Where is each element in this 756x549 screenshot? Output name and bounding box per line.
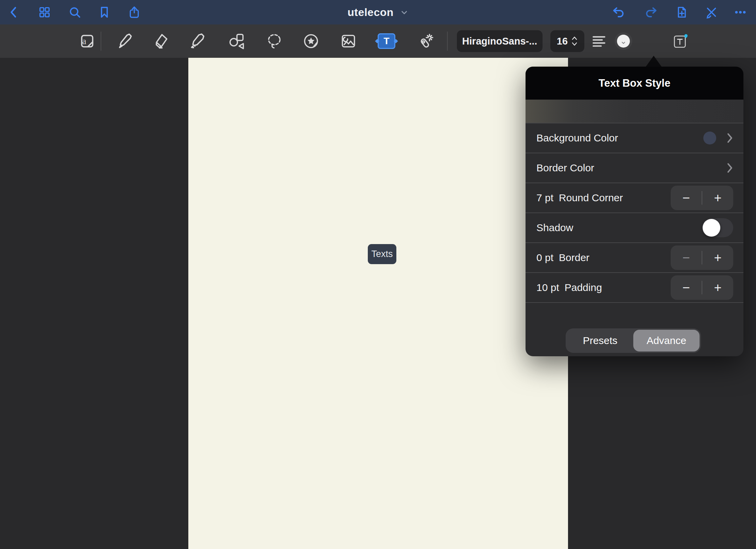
- add-page-icon: [675, 5, 688, 19]
- back-chevron-icon: [7, 5, 21, 19]
- row-border-color[interactable]: Border Color: [526, 153, 743, 183]
- note-page[interactable]: Texts: [188, 58, 568, 549]
- text-box-style-popup: Text Box Style Background Color Border C…: [526, 67, 743, 356]
- undo-button[interactable]: [611, 4, 626, 20]
- textbox-handle-left: [375, 39, 379, 44]
- font-name-button[interactable]: HiraginoSans-...: [457, 30, 543, 52]
- search-button[interactable]: [67, 4, 83, 20]
- more-ellipsis-icon: [734, 5, 747, 19]
- background-color-swatch: [703, 132, 716, 144]
- navbar: utelecon: [0, 0, 756, 25]
- font-size-value: 16: [557, 36, 568, 47]
- row-round-corner: 7 pt Round Corner − +: [526, 183, 743, 212]
- row-padding: 10 pt Padding − +: [526, 272, 743, 302]
- row-label: Border: [559, 252, 589, 263]
- shapes-tool[interactable]: [227, 32, 246, 51]
- search-icon: [68, 5, 82, 19]
- round-corner-minus-button[interactable]: −: [671, 191, 702, 205]
- pen-strike-icon: [705, 5, 718, 19]
- row-label: Shadow: [536, 222, 573, 234]
- laser-pointer-tool[interactable]: [416, 32, 435, 51]
- round-corner-stepper: − +: [671, 186, 733, 210]
- sticker-tool[interactable]: [302, 32, 321, 51]
- lasso-icon: [266, 33, 283, 50]
- toolbar-divider: [447, 32, 448, 51]
- popup-arrow: [645, 56, 663, 68]
- page-template-tool[interactable]: a: [78, 32, 97, 51]
- canvas-text-box[interactable]: Texts: [368, 244, 396, 264]
- canvas-text-box-label: Texts: [371, 249, 393, 259]
- popup-mode-segmented-control: Presets Advance: [566, 328, 701, 353]
- text-tool-active[interactable]: T: [378, 33, 395, 49]
- stylus-mode-button[interactable]: [704, 4, 719, 20]
- border-width-value: 0 pt: [536, 252, 553, 263]
- title-chevron-down-icon: [400, 8, 409, 17]
- app-screen: utelecon a: [0, 0, 756, 549]
- bookmark-button[interactable]: [97, 4, 112, 20]
- color-chevron-down-icon: [621, 40, 626, 46]
- padding-plus-button[interactable]: +: [702, 280, 733, 295]
- laser-pointer-icon: [417, 33, 434, 50]
- border-width-minus-button[interactable]: −: [671, 251, 702, 265]
- share-button[interactable]: [126, 4, 142, 20]
- size-stepper-icon: [571, 35, 578, 47]
- border-width-plus-button[interactable]: +: [702, 251, 733, 265]
- chevron-right-icon: [726, 162, 733, 174]
- border-width-stepper: − +: [671, 245, 733, 270]
- highlighter-tool[interactable]: [188, 32, 207, 51]
- sticker-icon: [303, 33, 320, 50]
- document-title-menu[interactable]: utelecon: [347, 6, 409, 19]
- popup-header: Text Box Style: [526, 67, 743, 100]
- presets-tab[interactable]: Presets: [567, 330, 633, 351]
- font-size-button[interactable]: 16: [550, 30, 584, 52]
- page-template-icon: a: [79, 33, 96, 50]
- lasso-tool[interactable]: [265, 32, 284, 51]
- padding-stepper: − +: [671, 275, 733, 300]
- add-page-button[interactable]: [674, 4, 689, 20]
- page-grid-icon: [38, 5, 51, 19]
- popup-rows: Background Color Border Color 7 pt Round…: [526, 123, 743, 303]
- padding-minus-button[interactable]: −: [671, 280, 702, 295]
- image-tool[interactable]: [339, 32, 358, 51]
- shapes-icon: [228, 33, 245, 50]
- textbox-style-button[interactable]: [672, 33, 690, 50]
- share-icon: [127, 5, 141, 19]
- back-button[interactable]: [6, 4, 22, 20]
- text-align-button[interactable]: [589, 32, 608, 51]
- page-template-letter: a: [82, 36, 86, 46]
- pages-overview-button[interactable]: [37, 4, 52, 20]
- more-button[interactable]: [733, 4, 748, 20]
- toolbar-divider: [101, 32, 101, 51]
- row-shadow: Shadow: [526, 212, 743, 242]
- redo-icon: [645, 5, 658, 19]
- redo-button[interactable]: [643, 4, 659, 20]
- eraser-tool[interactable]: [152, 32, 171, 51]
- align-left-icon: [590, 33, 607, 50]
- round-corner-value: 7 pt: [536, 192, 553, 204]
- chevron-right-icon: [726, 132, 733, 144]
- text-tool-letter: T: [383, 36, 389, 47]
- document-title: utelecon: [347, 6, 394, 19]
- toggle-knob: [703, 219, 720, 237]
- advance-tab[interactable]: Advance: [633, 330, 700, 351]
- eraser-icon: [153, 33, 170, 50]
- popup-preview-strip: [526, 100, 743, 123]
- pen-icon: [117, 33, 134, 50]
- undo-icon: [612, 5, 625, 19]
- pen-tool[interactable]: [116, 32, 135, 51]
- rows-bottom-divider: [526, 302, 743, 303]
- round-corner-plus-button[interactable]: +: [702, 191, 733, 205]
- textbox-handle-right: [394, 39, 398, 44]
- text-color-button[interactable]: [615, 32, 632, 50]
- row-background-color[interactable]: Background Color: [526, 123, 743, 153]
- toolbar: a T Hi: [0, 24, 756, 58]
- row-label: Border Color: [536, 162, 594, 174]
- text-color-swatch: [617, 35, 630, 48]
- font-name-label: HiraginoSans-...: [462, 36, 537, 47]
- row-label: Background Color: [536, 132, 618, 144]
- padding-value: 10 pt: [536, 282, 559, 293]
- highlighter-icon: [189, 33, 206, 50]
- bookmark-icon: [98, 5, 111, 19]
- row-border-width: 0 pt Border − +: [526, 242, 743, 272]
- shadow-toggle-off[interactable]: [702, 218, 733, 237]
